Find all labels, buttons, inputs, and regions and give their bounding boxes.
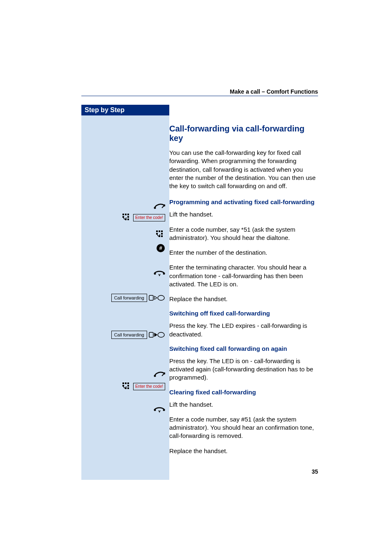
svg-rect-32 <box>127 387 129 389</box>
enter-code-label: Enter the code! <box>133 214 165 221</box>
svg-text:#: # <box>159 245 162 251</box>
subheading: Clearing fixed call-forwarding <box>169 389 318 396</box>
svg-rect-11 <box>161 230 163 232</box>
key-label: Call forwarding <box>111 331 147 339</box>
content: Call-forwarding via call-forwarding key … <box>169 105 318 462</box>
subheading: Switching off fixed call-forwarding <box>169 310 318 317</box>
hash-key-icon: # <box>156 244 165 253</box>
svg-rect-13 <box>161 233 163 235</box>
keypad-icon <box>155 230 165 240</box>
step-text: Enter the number of the destination. <box>169 249 318 257</box>
step-text: Replace the handset. <box>169 447 318 455</box>
step-text: Press the key. The LED is on - call-forw… <box>169 357 318 382</box>
step-text: Lift the handset. <box>169 210 318 219</box>
svg-point-0 <box>154 207 156 209</box>
svg-rect-15 <box>161 235 163 237</box>
svg-rect-30 <box>127 385 129 387</box>
enter-code-label: Enter the code! <box>133 383 165 390</box>
section-title: Call-forwarding via call-forwarding key <box>169 124 318 143</box>
svg-point-33 <box>154 409 156 411</box>
subheading: Switching fixed call forwarding on again <box>169 345 318 352</box>
header-rule <box>81 96 318 96</box>
step-text: Enter a code number, say *51 (ask the sy… <box>169 226 318 242</box>
svg-rect-26 <box>122 382 124 384</box>
step-text: Lift the handset. <box>169 401 318 409</box>
svg-rect-27 <box>125 382 127 384</box>
svg-rect-9 <box>156 230 158 232</box>
page: Make a call – Comfort Functions Step by … <box>0 0 392 555</box>
svg-point-21 <box>158 295 164 300</box>
step-text: Replace the handset. <box>169 295 318 303</box>
call-forwarding-key-on: Call forwarding <box>111 331 165 339</box>
keypad-code-icon: Enter the code! <box>122 213 165 223</box>
replace-handset-icon <box>154 271 165 276</box>
keypad-code-icon: Enter the code! <box>122 382 165 391</box>
replace-handset-icon <box>154 407 165 413</box>
intro-paragraph: You can use the call-forwarding key for … <box>169 149 318 190</box>
key-label: Call forwarding <box>111 294 147 302</box>
svg-point-24 <box>154 375 156 377</box>
sidebar-title: Step by Step <box>81 105 169 115</box>
svg-point-19 <box>163 273 165 275</box>
svg-rect-20 <box>149 295 153 300</box>
step-text: Enter the terminating character. You sho… <box>169 263 318 288</box>
svg-point-34 <box>163 409 165 411</box>
svg-point-18 <box>154 273 156 275</box>
svg-rect-3 <box>125 214 127 215</box>
subheading: Programming and activating fixed call-fo… <box>169 198 318 205</box>
svg-rect-10 <box>159 230 160 232</box>
step-text: Press the key. The LED expires - call-fo… <box>169 322 318 339</box>
svg-rect-4 <box>127 214 129 215</box>
lift-handset-icon <box>154 202 165 210</box>
svg-rect-6 <box>127 216 129 218</box>
lift-handset-icon <box>154 370 165 378</box>
svg-point-23 <box>158 332 164 337</box>
step-text: Enter a code number, say #51 (ask the sy… <box>169 415 318 440</box>
svg-rect-2 <box>122 214 124 215</box>
call-forwarding-key-off: Call forwarding <box>111 294 165 302</box>
page-header: Make a call – Comfort Functions <box>230 88 318 95</box>
page-number: 35 <box>311 468 318 475</box>
sidebar: Step by Step <box>81 105 169 480</box>
svg-rect-8 <box>127 219 129 220</box>
svg-rect-28 <box>127 382 129 384</box>
svg-rect-22 <box>149 332 153 337</box>
